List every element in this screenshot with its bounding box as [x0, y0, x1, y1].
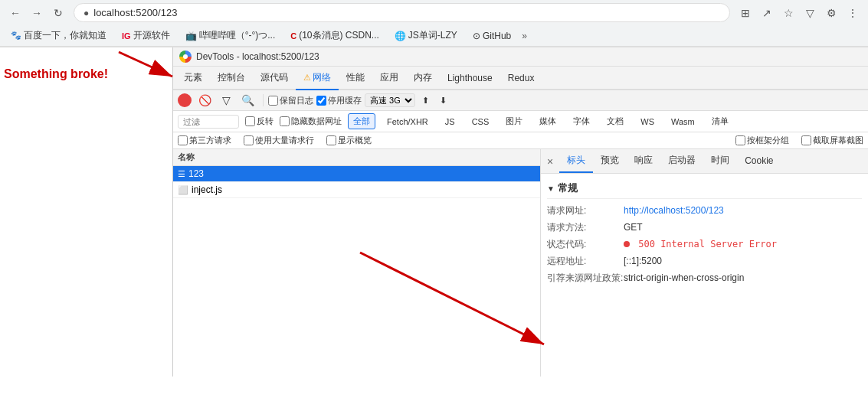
filter-font[interactable]: 字体: [568, 113, 595, 129]
tab-network[interactable]: ⚠ 网络: [296, 67, 339, 90]
bookmark-github[interactable]: ⊙ GitHub: [468, 29, 516, 43]
detail-tab-initiator[interactable]: 启动器: [660, 149, 703, 173]
detail-close-button[interactable]: ×: [541, 152, 559, 171]
detail-tab-headers[interactable]: 标头: [559, 149, 593, 173]
devtools-title: DevTools - localhost:5200/123: [196, 51, 319, 62]
request-row-123[interactable]: ☰ 123: [173, 166, 540, 182]
filter-all[interactable]: 全部: [348, 113, 375, 129]
import-button[interactable]: ⬆: [418, 94, 433, 107]
filter-js[interactable]: JS: [440, 115, 460, 129]
translate-icon[interactable]: ⊞: [736, 4, 755, 22]
tab-application[interactable]: 应用: [372, 67, 406, 90]
third-party-checkbox[interactable]: [178, 135, 188, 145]
filter-img[interactable]: 图片: [500, 113, 528, 129]
lock-icon: ●: [84, 8, 89, 18]
bookmark-baidu[interactable]: 🐾 百度一下，你就知道: [6, 28, 111, 44]
tab-elements[interactable]: 元素: [176, 67, 210, 90]
request-row-inject[interactable]: ⬜ inject.js: [173, 182, 540, 198]
header-row-remote: 远程地址: [::1]:5200: [547, 253, 862, 269]
overview-checkbox[interactable]: [326, 135, 336, 145]
overview-label[interactable]: 显示概览: [326, 135, 372, 146]
share-icon[interactable]: ↗: [758, 4, 776, 22]
options-row: 第三方请求 使用大量请求行 显示概览 按框架分组 截取屏幕截图: [173, 132, 868, 149]
requests-header: 名称: [173, 149, 540, 166]
header-value-method: GET: [624, 220, 643, 234]
extension-icon[interactable]: ⚙: [822, 4, 840, 22]
filter-wasm[interactable]: Wasm: [666, 115, 700, 129]
export-button[interactable]: ⬇: [436, 94, 450, 107]
menu-icon[interactable]: ⋮: [843, 4, 862, 22]
disable-cache-label[interactable]: 停用缓存: [316, 95, 362, 106]
filter-bar: 反转 隐藏数据网址 全部 Fetch/XHR JS CSS 图片 媒体 字体 文…: [173, 111, 868, 132]
back-button[interactable]: ←: [6, 4, 25, 22]
third-party-label[interactable]: 第三方请求: [178, 135, 231, 146]
filter-doc[interactable]: 文档: [601, 113, 629, 129]
screenshot-label[interactable]: 截取屏幕截图: [801, 135, 863, 146]
bookmark-js[interactable]: 🌐 JS单词-LZY: [390, 28, 462, 44]
header-value-referrer: strict-origin-when-cross-origin: [624, 271, 744, 285]
reload-button[interactable]: ↻: [49, 4, 67, 22]
header-row-referrer: 引荐来源网址政策: strict-origin-when-cross-origi…: [547, 269, 862, 286]
detail-tab-preview[interactable]: 预览: [593, 149, 627, 173]
globe-icon: 🌐: [395, 31, 406, 41]
filter-manifest[interactable]: 清单: [706, 113, 734, 129]
address-bar[interactable]: ● localhost:5200/123: [74, 3, 730, 22]
bookmark-ig[interactable]: IG 开源软件: [117, 28, 175, 44]
clear-button[interactable]: 🚫: [195, 93, 215, 108]
header-value-url[interactable]: http://localhost:5200/123: [624, 204, 724, 217]
header-key-remote: 远程地址:: [547, 254, 624, 268]
tab-sources[interactable]: 源代码: [253, 67, 296, 90]
github-icon: ⊙: [473, 31, 480, 41]
detail-panel: × 标头 预览 响应 启动器 时间: [541, 149, 868, 377]
more-bookmarks[interactable]: »: [522, 31, 527, 41]
tab-lighthouse[interactable]: Lighthouse: [440, 68, 500, 90]
header-row-method: 请求方法: GET: [547, 219, 862, 236]
record-button[interactable]: [178, 93, 192, 107]
general-section-title[interactable]: ▼ 常规: [547, 178, 862, 199]
invert-label[interactable]: 反转: [245, 116, 274, 127]
throttle-select[interactable]: 高速 3G: [365, 93, 415, 107]
filter-css[interactable]: CSS: [467, 115, 495, 129]
by-frame-label[interactable]: 按框架分组: [735, 135, 789, 146]
bookmarks-bar: 🐾 百度一下，你就知道 IG 开源软件 📺 哔哩哔哩（°-°)つ... C (1…: [0, 25, 868, 47]
forward-button[interactable]: →: [28, 4, 46, 22]
preserve-log-checkbox[interactable]: [268, 96, 278, 106]
screenshot-checkbox[interactable]: [801, 135, 811, 145]
profile-icon[interactable]: ▽: [801, 4, 819, 22]
preserve-log-label[interactable]: 保留日志: [268, 95, 313, 106]
tab-redux[interactable]: Redux: [500, 68, 542, 90]
status-dot: [624, 241, 630, 247]
address-text: localhost:5200/123: [93, 7, 720, 18]
bookmark-bili[interactable]: 📺 哔哩哔哩（°-°)つ...: [181, 28, 280, 44]
filter-ws[interactable]: WS: [635, 115, 660, 129]
header-value-status: 500 Internal Server Error: [624, 237, 777, 251]
filter-input[interactable]: [178, 115, 239, 129]
disable-cache-checkbox[interactable]: [316, 96, 326, 106]
devtools-titlebar: DevTools - localhost:5200/123: [173, 47, 868, 67]
ig-icon: IG: [122, 31, 131, 41]
filter-fetchxhr[interactable]: Fetch/XHR: [382, 115, 434, 129]
tab-memory[interactable]: 内存: [406, 67, 440, 90]
error-text: Something broke!: [4, 67, 108, 81]
tab-console[interactable]: 控制台: [210, 67, 253, 90]
large-rows-checkbox[interactable]: [244, 135, 254, 145]
headers-content: ▼ 常规 请求网址: http://localhost:5200/123 请求方…: [541, 174, 868, 377]
detail-tab-cookie[interactable]: Cookie: [737, 151, 781, 172]
bookmark-icon[interactable]: ☆: [779, 4, 798, 22]
baidu-icon: 🐾: [11, 31, 21, 41]
tab-performance[interactable]: 性能: [339, 67, 372, 90]
detail-tab-response[interactable]: 响应: [627, 149, 660, 173]
invert-checkbox[interactable]: [245, 116, 255, 126]
hide-data-checkbox[interactable]: [280, 116, 290, 126]
hide-data-label[interactable]: 隐藏数据网址: [280, 116, 342, 127]
filter-button[interactable]: ▽: [218, 93, 234, 108]
search-button[interactable]: 🔍: [237, 93, 258, 108]
header-row-url: 请求网址: http://localhost:5200/123: [547, 202, 862, 219]
by-frame-checkbox[interactable]: [735, 135, 745, 145]
bili-icon: 📺: [185, 31, 197, 41]
filter-media[interactable]: 媒体: [534, 113, 562, 129]
bookmark-csdn[interactable]: C (10条消息) CSDN...: [286, 28, 384, 44]
large-rows-label[interactable]: 使用大量请求行: [244, 135, 314, 146]
bookmark-label: GitHub: [483, 31, 511, 41]
detail-tab-timing[interactable]: 时间: [703, 149, 737, 173]
